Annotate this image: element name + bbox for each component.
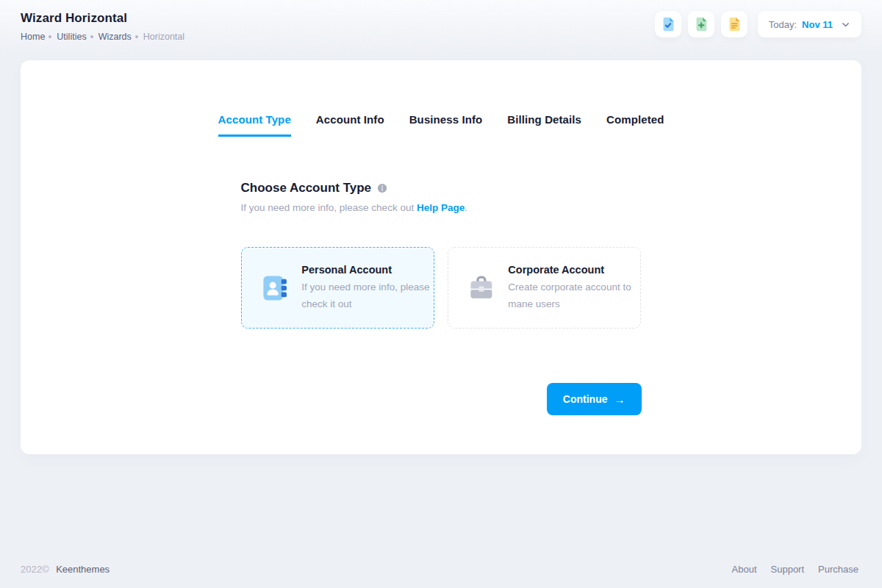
breadcrumb-item-utilities[interactable]: Utilities <box>57 32 86 42</box>
continue-button[interactable]: Continue → <box>547 383 642 415</box>
tab-billing-details[interactable]: Billing Details <box>507 113 581 137</box>
tab-account-info[interactable]: Account Info <box>316 113 384 137</box>
file-lines-button[interactable] <box>721 11 747 37</box>
chevron-down-icon <box>841 20 850 29</box>
footer-link-purchase[interactable]: Purchase <box>818 564 858 575</box>
arrow-right-icon: → <box>614 394 625 405</box>
option-personal-title: Personal Account <box>301 264 433 276</box>
footer-links: About Support Purchase <box>732 564 858 575</box>
file-check-icon <box>660 16 676 32</box>
step-subtext-prefix: If you need more info, please check out <box>241 202 417 213</box>
copyright-brand-link[interactable]: Keenthemes <box>56 564 110 575</box>
breadcrumb-separator-dot <box>135 35 138 38</box>
step-actions: Continue → <box>241 383 642 415</box>
footer-link-about[interactable]: About <box>732 564 757 575</box>
tab-business-info[interactable]: Business Info <box>409 113 483 137</box>
option-corporate-account[interactable]: Corporate Account Create corporate accou… <box>448 247 641 329</box>
option-personal-text: Personal Account If you need more info, … <box>301 264 433 312</box>
tab-completed[interactable]: Completed <box>606 113 664 137</box>
option-personal-description: If you need more info, please check it o… <box>301 279 433 312</box>
step-subtext: If you need more info, please check out … <box>241 202 642 213</box>
copyright-year: 2022© <box>21 564 49 575</box>
breadcrumb-item-horizontal: Horizontal <box>143 32 184 42</box>
date-picker-value: Nov 11 <box>802 19 833 30</box>
option-corporate-text: Corporate Account Create corporate accou… <box>508 264 639 312</box>
tab-account-type[interactable]: Account Type <box>218 113 291 137</box>
address-book-icon <box>260 273 290 303</box>
step-subtext-suffix: . <box>465 202 467 213</box>
continue-button-label: Continue <box>563 393 608 405</box>
file-plus-icon <box>693 16 709 32</box>
info-icon[interactable] <box>377 183 387 193</box>
option-personal-account[interactable]: Personal Account If you need more info, … <box>241 247 434 329</box>
wizard-step-tabs: Account Type Account Info Business Info … <box>21 113 861 137</box>
step-heading-text: Choose Account Type <box>241 181 372 196</box>
breadcrumb: Home Utilities Wizards Horizontal <box>21 32 184 42</box>
page-footer: 2022© Keenthemes About Support Purchase <box>21 564 858 575</box>
header-titles: Wizard Horizontal Home Utilities Wizards… <box>21 11 184 42</box>
date-picker-button[interactable]: Today: Nov 11 <box>758 11 861 37</box>
file-check-button[interactable] <box>655 11 681 37</box>
footer-copyright: 2022© Keenthemes <box>21 564 110 575</box>
date-picker-label: Today: <box>769 19 797 30</box>
account-type-options: Personal Account If you need more info, … <box>241 247 642 329</box>
footer-link-support[interactable]: Support <box>771 564 805 575</box>
help-page-link[interactable]: Help Page <box>417 202 465 213</box>
breadcrumb-item-home[interactable]: Home <box>21 32 45 42</box>
breadcrumb-separator-dot <box>49 35 51 38</box>
page-header: Wizard Horizontal Home Utilities Wizards… <box>0 0 882 56</box>
briefcase-icon <box>467 273 496 303</box>
wizard-card: Account Type Account Info Business Info … <box>21 60 861 454</box>
file-plus-button[interactable] <box>688 11 714 37</box>
breadcrumb-separator-dot <box>90 35 93 38</box>
wizard-horizontal-page: Wizard Horizontal Home Utilities Wizards… <box>0 0 882 588</box>
step-heading: Choose Account Type <box>241 181 642 196</box>
header-actions: Today: Nov 11 <box>655 11 861 37</box>
option-corporate-title: Corporate Account <box>508 264 639 276</box>
step-account-type-content: Choose Account Type If you need more inf… <box>241 181 642 415</box>
file-lines-icon <box>726 16 742 32</box>
option-corporate-description: Create corporate account to mane users <box>508 279 639 312</box>
breadcrumb-item-wizards[interactable]: Wizards <box>98 32 132 42</box>
page-title: Wizard Horizontal <box>21 11 184 26</box>
